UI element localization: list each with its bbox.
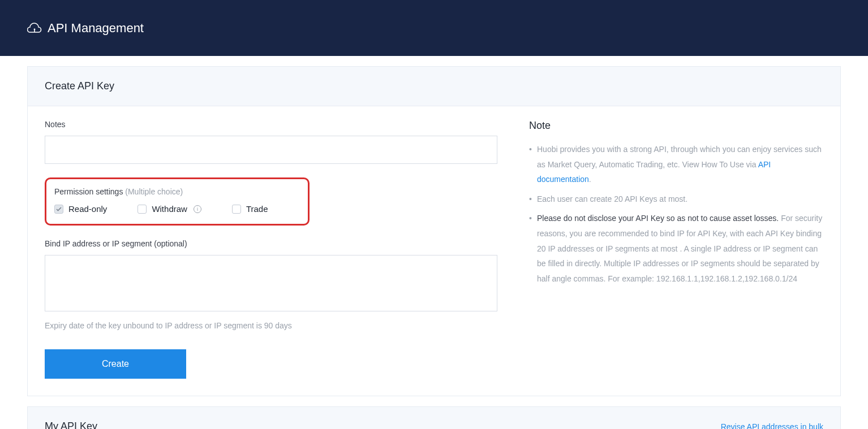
note-list: Huobi provides you with a strong API, th…	[529, 142, 823, 286]
my-api-card: My API Key Revise API addresses in bulk	[27, 406, 841, 429]
checkbox-trade[interactable]	[232, 205, 241, 214]
note-item-3: Please do not disclose your API Key so a…	[529, 211, 823, 286]
checkbox-withdraw[interactable]	[137, 205, 147, 214]
perm-withdraw-label: Withdraw	[152, 204, 187, 214]
form-column: Notes Permission settings (Multiple choi…	[45, 120, 497, 379]
note-title: Note	[529, 120, 823, 132]
svg-point-0	[34, 28, 36, 30]
perm-readonly: Read-only	[54, 204, 107, 214]
page-header: API Management	[0, 0, 868, 56]
perm-readonly-label: Read-only	[68, 204, 107, 214]
cloud-icon	[27, 23, 42, 34]
my-api-title: My API Key	[45, 421, 97, 429]
permission-label: Permission settings (Multiple choice)	[54, 187, 299, 196]
page-title: API Management	[48, 21, 144, 36]
perm-withdraw: Withdraw i	[137, 204, 201, 214]
create-button[interactable]: Create	[45, 349, 186, 379]
expiry-hint: Expiry date of the key unbound to IP add…	[45, 321, 497, 330]
note-column: Note Huobi provides you with a strong AP…	[529, 120, 823, 379]
permission-section: Permission settings (Multiple choice) Re…	[45, 177, 310, 226]
notes-input[interactable]	[45, 136, 497, 164]
page-title-wrap: API Management	[27, 21, 144, 36]
info-icon[interactable]: i	[194, 205, 201, 213]
create-title: Create API Key	[45, 80, 114, 92]
checkbox-readonly[interactable]	[54, 205, 63, 214]
revise-link[interactable]: Revise API addresses in bulk	[721, 422, 823, 430]
ip-textarea[interactable]	[45, 255, 497, 311]
create-api-card: Create API Key Notes Permission settings…	[27, 66, 841, 396]
create-card-header: Create API Key	[28, 67, 840, 106]
note-item-2: Each user can create 20 API Keys at most…	[529, 192, 823, 207]
perm-trade-label: Trade	[246, 204, 268, 214]
perm-trade: Trade	[232, 204, 268, 214]
main-container: Create API Key Notes Permission settings…	[0, 56, 868, 429]
create-card-body: Notes Permission settings (Multiple choi…	[28, 106, 840, 396]
ip-label: Bind IP address or IP segment (optional)	[45, 239, 497, 248]
my-api-header: My API Key Revise API addresses in bulk	[28, 407, 840, 429]
notes-label: Notes	[45, 120, 497, 129]
note-item-1: Huobi provides you with a strong API, th…	[529, 142, 823, 187]
permission-row: Read-only Withdraw i	[54, 204, 299, 214]
